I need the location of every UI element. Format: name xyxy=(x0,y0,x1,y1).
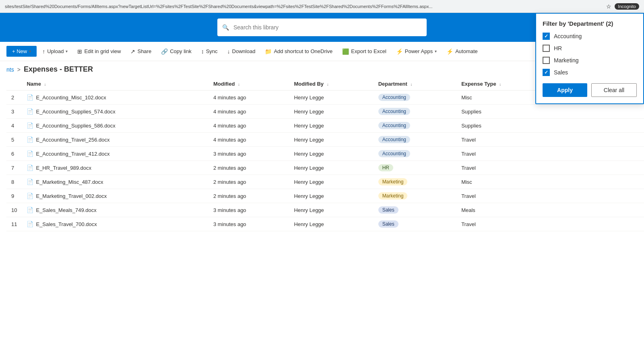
expense-type-cell: Travel xyxy=(456,189,551,203)
download-button[interactable]: ↓ Download xyxy=(223,46,260,57)
filter-label-sales: Sales xyxy=(554,69,568,76)
file-name-cell[interactable]: 📄 E_Accounting_Supplies_574.docx xyxy=(22,105,208,119)
filter-actions: Apply Clear all xyxy=(543,83,637,97)
word-file-icon: 📄 xyxy=(27,150,33,157)
file-name-cell[interactable]: 📄 E_Marketing_Travel_002.docx xyxy=(22,189,208,203)
modified-by-cell: Henry Legge xyxy=(289,119,373,133)
copy-link-button[interactable]: 🔗 Copy link xyxy=(157,46,195,57)
filter-checkbox-accounting[interactable] xyxy=(543,33,550,40)
table-row[interactable]: 4 📄 E_Accounting_Supplies_586.docx 4 min… xyxy=(6,119,644,133)
expense-type-cell: Supplies xyxy=(456,119,551,133)
filter-item-hr[interactable]: HR xyxy=(543,45,637,52)
upload-button[interactable]: ↑ Upload ▾ xyxy=(38,46,72,57)
department-cell: Accounting xyxy=(374,133,457,147)
file-name: E_Sales_Travel_700.docx xyxy=(36,221,97,227)
word-file-icon: 📄 xyxy=(27,136,33,143)
row-number: 4 xyxy=(6,119,22,133)
file-name: E_Marketing_Misc_487.docx xyxy=(36,179,103,185)
name-sort-icon: ↓ xyxy=(44,82,46,86)
sync-button[interactable]: ↕ Sync xyxy=(197,46,222,57)
department-cell: Marketing xyxy=(374,175,457,189)
breadcrumb-parent[interactable]: nts xyxy=(6,66,14,73)
apply-button[interactable]: Apply xyxy=(543,83,587,97)
automate-button[interactable]: ⚡ Automate xyxy=(442,46,482,57)
add-column-cell xyxy=(551,133,644,147)
filter-checkbox-sales[interactable] xyxy=(543,69,550,76)
modified-by-cell: Henry Legge xyxy=(289,105,373,119)
new-label: + New xyxy=(12,48,27,54)
filter-panel: Filter by 'Department' (2) Accounting HR… xyxy=(535,13,644,104)
department-badge: HR xyxy=(378,164,393,171)
modified-by-cell: Henry Legge xyxy=(289,217,373,231)
table-row[interactable]: 3 📄 E_Accounting_Supplies_574.docx 4 min… xyxy=(6,105,644,119)
table-row[interactable]: 11 📄 E_Sales_Travel_700.docx 3 minutes a… xyxy=(6,217,644,231)
department-cell: Sales xyxy=(374,217,457,231)
grid-icon: ⊞ xyxy=(77,48,82,55)
file-name-cell[interactable]: 📄 E_Marketing_Misc_487.docx xyxy=(22,175,208,189)
filter-item-accounting[interactable]: Accounting xyxy=(543,33,637,40)
expense-type-cell: Travel xyxy=(456,217,551,231)
file-name-cell[interactable]: 📄 E_HR_Travel_989.docx xyxy=(22,161,208,175)
col-name-header[interactable]: Name ↓ xyxy=(22,78,208,90)
table-row[interactable]: 5 📄 E_Accounting_Travel_256.docx 4 minut… xyxy=(6,133,644,147)
browser-icons: ☆ Incognito xyxy=(606,3,639,10)
file-name: E_Sales_Meals_749.docx xyxy=(36,207,96,213)
file-name-cell[interactable]: 📄 E_Accounting_Travel_256.docx xyxy=(22,133,208,147)
department-sort-icon: ↓ xyxy=(411,82,413,86)
col-modifiedby-header[interactable]: Modified By ↓ xyxy=(289,78,373,90)
col-department-header[interactable]: Department ↓ xyxy=(374,78,457,90)
excel-icon: 🟩 xyxy=(342,48,349,55)
modified-sort-icon: ↓ xyxy=(238,82,240,86)
search-icon: 🔍 xyxy=(222,24,229,31)
share-label: Share xyxy=(137,48,151,54)
filter-item-marketing[interactable]: Marketing xyxy=(543,57,637,64)
sync-label: Sync xyxy=(206,48,218,54)
add-column-cell xyxy=(551,217,644,231)
table-row[interactable]: 10 📄 E_Sales_Meals_749.docx 3 minutes ag… xyxy=(6,203,644,217)
power-apps-button[interactable]: ⚡ Power Apps ▾ xyxy=(392,46,441,57)
file-name-cell[interactable]: 📄 E_Accounting_Supplies_586.docx xyxy=(22,119,208,133)
sync-icon: ↕ xyxy=(201,48,204,55)
modified-cell: 4 minutes ago xyxy=(208,119,289,133)
automate-label: Automate xyxy=(455,48,478,54)
clear-button[interactable]: Clear all xyxy=(591,83,637,97)
export-excel-button[interactable]: 🟩 Export to Excel xyxy=(338,46,390,57)
row-number: 10 xyxy=(6,203,22,217)
file-name-cell[interactable]: 📄 E_Sales_Meals_749.docx xyxy=(22,203,208,217)
table-row[interactable]: 7 📄 E_HR_Travel_989.docx 2 minutes ago H… xyxy=(6,161,644,175)
add-shortcut-label: Add shortcut to OneDrive xyxy=(274,48,332,54)
file-name: E_Accounting_Supplies_586.docx xyxy=(36,123,115,129)
bookmark-icon[interactable]: ☆ xyxy=(606,3,611,10)
filter-checkbox-marketing[interactable] xyxy=(543,57,550,64)
modified-cell: 2 minutes ago xyxy=(208,161,289,175)
file-name-cell[interactable]: 📄 E_Accounting_Travel_412.docx xyxy=(22,147,208,161)
file-name-cell[interactable]: 📄 E_Accounting_Misc_102.docx xyxy=(22,90,208,105)
edit-grid-button[interactable]: ⊞ Edit in grid view xyxy=(73,46,125,57)
add-column-cell xyxy=(551,189,644,203)
shortcut-icon: 📁 xyxy=(265,48,272,55)
file-name-cell[interactable]: 📄 E_Sales_Travel_700.docx xyxy=(22,217,208,231)
department-badge: Accounting xyxy=(378,108,410,115)
word-file-icon: 📄 xyxy=(27,179,33,185)
col-modified-header[interactable]: Modified ↓ xyxy=(208,78,289,90)
table-row[interactable]: 8 📄 E_Marketing_Misc_487.docx 2 minutes … xyxy=(6,175,644,189)
share-button[interactable]: ↗ Share xyxy=(126,46,155,57)
filter-checkbox-hr[interactable] xyxy=(543,45,550,52)
department-badge: Marketing xyxy=(378,178,408,185)
modified-by-cell: Henry Legge xyxy=(289,175,373,189)
filter-item-sales[interactable]: Sales xyxy=(543,69,637,76)
browser-bar: sites/testSite/Shared%20Documents/Forms/… xyxy=(0,0,644,13)
table-row[interactable]: 6 📄 E_Accounting_Travel_412.docx 3 minut… xyxy=(6,147,644,161)
expense-type-cell: Supplies xyxy=(456,105,551,119)
word-file-icon: 📄 xyxy=(27,207,33,213)
search-input[interactable] xyxy=(217,19,427,36)
incognito-badge: Incognito xyxy=(615,3,639,10)
add-shortcut-button[interactable]: 📁 Add shortcut to OneDrive xyxy=(261,46,336,57)
word-file-icon: 📄 xyxy=(27,221,33,227)
expense-type-cell: Travel xyxy=(456,147,551,161)
department-badge: Accounting xyxy=(378,136,410,143)
row-number: 2 xyxy=(6,90,22,105)
table-row[interactable]: 9 📄 E_Marketing_Travel_002.docx 2 minute… xyxy=(6,189,644,203)
department-badge: Accounting xyxy=(378,150,410,157)
new-button[interactable]: + New ▾ xyxy=(6,46,37,57)
